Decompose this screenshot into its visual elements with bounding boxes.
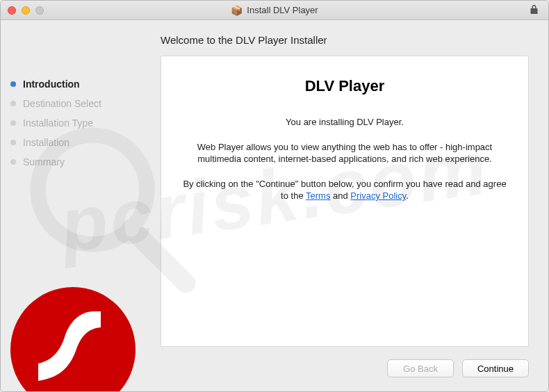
step-summary: Summary <box>1 152 148 172</box>
titlebar: 📦 Install DLV Player <box>1 1 548 20</box>
step-introduction: Introduction <box>1 74 148 94</box>
step-label: Summary <box>23 156 65 168</box>
agree-mid: and <box>330 190 350 201</box>
content-panel: DLV Player You are installing DLV Player… <box>161 56 529 347</box>
window-title: Install DLV Player <box>247 5 318 15</box>
go-back-button: Go Back <box>387 359 454 377</box>
traffic-lights <box>8 6 44 15</box>
step-label: Installation <box>23 137 69 148</box>
close-window-button[interactable] <box>8 6 16 15</box>
installer-window: 📦 Install DLV Player Introduction Destin… <box>0 0 549 392</box>
step-destination-select: Destination Select <box>1 94 148 113</box>
installing-text: You are installing DLV Player. <box>182 116 507 129</box>
flash-logo-icon <box>10 287 136 391</box>
step-label: Installation Type <box>23 117 93 129</box>
maximize-window-button <box>35 6 44 15</box>
sidebar: Introduction Destination Select Installa… <box>1 20 148 391</box>
panel-title: DLV Player <box>182 77 507 95</box>
agree-suffix: . <box>406 190 409 201</box>
privacy-policy-link[interactable]: Privacy Policy <box>350 190 406 201</box>
step-installation-type: Installation Type <box>1 113 148 133</box>
main-content: Welcome to the DLV Player Installer DLV … <box>148 20 548 391</box>
step-label: Destination Select <box>23 98 101 109</box>
description-text: Web Player allows you to view anything t… <box>182 141 507 165</box>
minimize-window-button[interactable] <box>22 6 30 15</box>
lock-icon[interactable] <box>530 4 539 17</box>
package-icon: 📦 <box>231 5 243 16</box>
button-row: Go Back Continue <box>161 347 529 377</box>
step-installation: Installation <box>1 133 148 152</box>
step-label: Introduction <box>23 79 80 90</box>
welcome-heading: Welcome to the DLV Player Installer <box>161 34 529 46</box>
continue-button[interactable]: Continue <box>462 359 529 377</box>
terms-link[interactable]: Terms <box>306 190 330 201</box>
agreement-text: By clicking on the "Continue" button bel… <box>182 178 507 202</box>
